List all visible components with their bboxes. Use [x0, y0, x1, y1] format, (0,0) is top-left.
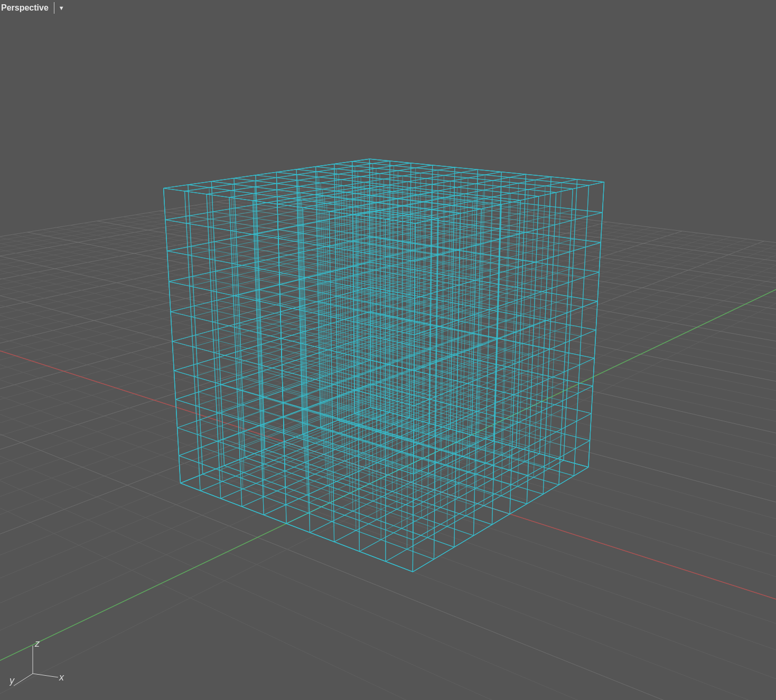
viewport[interactable]: Perspective ▼ z x y [0, 0, 776, 700]
viewport-canvas[interactable] [0, 0, 776, 700]
viewport-menu-chevron-icon[interactable]: ▼ [55, 4, 68, 12]
gizmo-y-axis [14, 674, 33, 686]
viewport-label-separator [54, 2, 54, 14]
viewport-label-bar: Perspective ▼ [0, 0, 68, 16]
gizmo-x-axis [33, 674, 58, 677]
gizmo-z-label: z [34, 640, 40, 649]
gizmo-x-label: x [59, 672, 64, 683]
gizmo-y-label: y [10, 675, 15, 686]
viewport-title[interactable]: Perspective [0, 2, 53, 14]
axis-gizmo[interactable]: z x y [10, 640, 68, 690]
